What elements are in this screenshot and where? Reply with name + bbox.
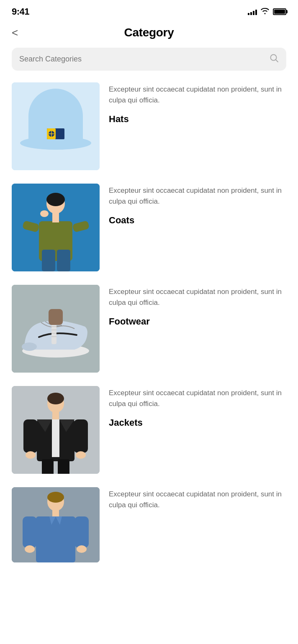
svg-rect-19 bbox=[57, 250, 70, 271]
svg-point-40 bbox=[26, 451, 36, 459]
status-icons bbox=[248, 8, 286, 16]
category-name: Jackets bbox=[109, 417, 143, 428]
category-desc: Excepteur sint occaecat cupidatat non pr… bbox=[109, 286, 286, 309]
category-image-last bbox=[12, 487, 100, 562]
category-name: Footwear bbox=[109, 316, 150, 327]
svg-rect-18 bbox=[42, 250, 55, 271]
category-info-last: Excepteur sint occaecat cupidatat non pr… bbox=[109, 487, 286, 519]
svg-point-29 bbox=[22, 342, 37, 351]
svg-point-17 bbox=[40, 210, 49, 217]
svg-point-32 bbox=[47, 393, 64, 404]
category-image-footwear bbox=[12, 285, 100, 373]
category-name: Coats bbox=[109, 215, 134, 225]
svg-rect-33 bbox=[52, 411, 59, 420]
category-info-coats: Excepteur sint occaecat cupidatat non pr… bbox=[109, 184, 286, 226]
search-input[interactable] bbox=[19, 55, 265, 64]
category-name: Hats bbox=[109, 114, 129, 124]
svg-point-46 bbox=[47, 492, 64, 503]
svg-point-13 bbox=[46, 193, 65, 206]
svg-rect-20 bbox=[52, 212, 59, 222]
svg-rect-48 bbox=[36, 516, 75, 562]
svg-rect-28 bbox=[49, 309, 63, 325]
signal-icon bbox=[248, 8, 257, 15]
category-image-hats bbox=[12, 82, 100, 170]
search-icon bbox=[270, 54, 279, 65]
svg-rect-43 bbox=[58, 459, 69, 474]
category-desc: Excepteur sint occaecat cupidatat non pr… bbox=[109, 185, 286, 207]
svg-rect-38 bbox=[23, 419, 38, 453]
list-item[interactable]: Excepteur sint occaecat cupidatat non pr… bbox=[12, 285, 286, 373]
list-item[interactable]: Excepteur sint occaecat cupidatat non pr… bbox=[12, 184, 286, 271]
svg-rect-39 bbox=[74, 419, 88, 453]
header: < Category bbox=[0, 22, 298, 48]
svg-point-53 bbox=[25, 545, 35, 553]
svg-point-54 bbox=[77, 545, 87, 553]
category-image-coats bbox=[12, 184, 100, 271]
svg-rect-49 bbox=[23, 516, 37, 548]
list-item[interactable]: Excepteur sint occaecat cupidatat non pr… bbox=[12, 82, 286, 170]
category-desc: Excepteur sint occaecat cupidatat non pr… bbox=[109, 84, 286, 106]
svg-rect-50 bbox=[74, 516, 89, 548]
battery-icon bbox=[273, 8, 286, 15]
page-title: Category bbox=[124, 26, 174, 39]
status-bar: 9:41 bbox=[0, 0, 298, 22]
category-desc: Excepteur sint occaecat cupidatat non pr… bbox=[109, 489, 286, 511]
category-desc: Excepteur sint occaecat cupidatat non pr… bbox=[109, 388, 286, 410]
svg-rect-47 bbox=[52, 510, 59, 517]
svg-line-1 bbox=[276, 60, 278, 62]
search-bar[interactable] bbox=[12, 48, 286, 71]
svg-rect-42 bbox=[42, 459, 54, 474]
svg-point-41 bbox=[76, 451, 86, 459]
category-info-footwear: Excepteur sint occaecat cupidatat non pr… bbox=[109, 285, 286, 327]
category-image-jackets bbox=[12, 386, 100, 474]
status-time: 9:41 bbox=[12, 6, 29, 17]
category-info-hats: Excepteur sint occaecat cupidatat non pr… bbox=[109, 82, 286, 125]
back-button[interactable]: < bbox=[12, 27, 18, 38]
list-item[interactable]: Excepteur sint occaecat cupidatat non pr… bbox=[12, 386, 286, 474]
svg-rect-35 bbox=[52, 419, 59, 457]
wifi-icon bbox=[260, 8, 270, 16]
category-list: Excepteur sint occaecat cupidatat non pr… bbox=[0, 82, 298, 562]
list-item[interactable]: Excepteur sint occaecat cupidatat non pr… bbox=[12, 487, 286, 562]
search-container bbox=[0, 48, 298, 82]
category-info-jackets: Excepteur sint occaecat cupidatat non pr… bbox=[109, 386, 286, 428]
